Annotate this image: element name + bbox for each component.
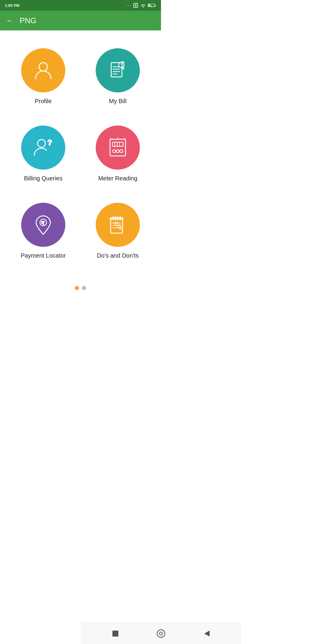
dos-donts-label: Do's and Don'ts <box>97 252 139 259</box>
svg-rect-5 <box>148 4 150 7</box>
x-icon <box>133 3 138 8</box>
svg-marker-40 <box>119 227 122 230</box>
svg-text:₹: ₹ <box>41 221 44 225</box>
payment-locator-label: Payment Locator <box>21 252 66 259</box>
status-bar: 1:05 PM ··· 29 ⚡ <box>0 0 161 11</box>
svg-text:29: 29 <box>150 5 152 7</box>
app-title: PNG <box>20 16 36 25</box>
user-icon <box>31 58 55 82</box>
wifi-icon <box>140 3 146 8</box>
svg-line-27 <box>124 138 126 139</box>
menu-item-payment-locator[interactable]: ₹ Payment Locator <box>6 194 80 271</box>
query-icon: ? <box>31 136 55 160</box>
menu-item-my-bill[interactable]: My Bill <box>80 39 155 117</box>
query-icon-circle: ? <box>21 126 65 170</box>
pagination-dot-1[interactable] <box>75 286 79 290</box>
svg-point-8 <box>39 63 47 71</box>
notes-icon <box>106 213 130 237</box>
svg-point-23 <box>116 150 119 153</box>
svg-text:?: ? <box>47 138 52 147</box>
svg-rect-18 <box>112 142 123 146</box>
billing-queries-label: Billing Queries <box>24 175 63 182</box>
menu-item-meter-reading[interactable]: Meter Reading <box>80 117 155 194</box>
meter-reading-label: Meter Reading <box>98 175 137 182</box>
status-time: 1:05 PM <box>5 3 19 8</box>
notes-icon-circle <box>96 203 140 247</box>
svg-point-24 <box>120 150 123 153</box>
profile-label: Profile <box>35 98 52 105</box>
menu-item-profile[interactable]: Profile <box>6 39 80 117</box>
bill-icon <box>106 58 130 82</box>
meter-icon-circle <box>96 126 140 170</box>
svg-point-22 <box>113 150 116 153</box>
pagination-dot-2[interactable] <box>82 286 86 290</box>
locator-icon: ₹ <box>31 213 55 237</box>
dots-icon: ··· <box>127 4 131 7</box>
bill-label: My Bill <box>109 98 127 105</box>
svg-text:⚡: ⚡ <box>153 4 156 7</box>
meter-icon <box>106 136 130 160</box>
app-bar: ← PNG <box>0 11 161 30</box>
svg-line-25 <box>110 138 111 139</box>
pagination <box>0 286 161 290</box>
svg-point-15 <box>38 140 45 147</box>
status-icons: ··· 29 ⚡ <box>127 3 156 8</box>
svg-rect-9 <box>111 63 122 77</box>
menu-item-billing-queries[interactable]: ? Billing Queries <box>6 117 80 194</box>
profile-icon-circle <box>21 48 65 92</box>
battery-icon: 29 ⚡ <box>148 3 156 8</box>
locator-icon-circle: ₹ <box>21 203 65 247</box>
menu-grid: Profile My Bill <box>0 30 161 277</box>
menu-item-dos-donts[interactable]: Do's and Don'ts <box>80 194 155 271</box>
back-button[interactable]: ← <box>6 17 14 24</box>
bill-icon-circle <box>96 48 140 92</box>
svg-rect-17 <box>110 139 126 156</box>
